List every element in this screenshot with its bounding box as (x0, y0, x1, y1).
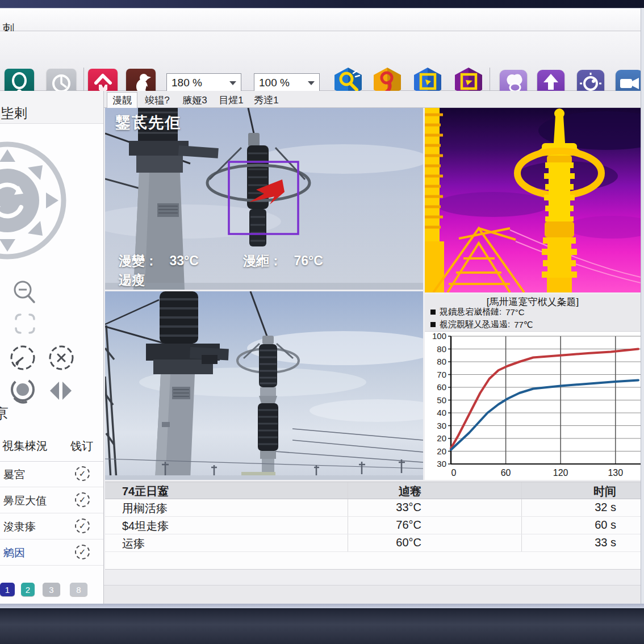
legend-marker-square (430, 322, 436, 327)
preset-section-header: 亰 (0, 404, 9, 423)
legend-line-1: 覝鑟悬宕崴㭼鏈: 77°C (430, 307, 525, 317)
option-label: 㬊宮 (3, 467, 25, 482)
scale-percent-dropdown[interactable]: 100 % (254, 73, 320, 93)
focus-brackets-icon[interactable] (12, 311, 37, 336)
page-button-1[interactable]: 1 (0, 583, 15, 596)
svg-text:60: 60 (437, 382, 446, 392)
page-label: 1 (5, 585, 10, 595)
option-label: 浚隶瘆 (3, 520, 36, 534)
cell-name: $4坦走瘆 (122, 518, 169, 534)
sidebar-tab-status[interactable]: 視集棶況 (2, 438, 48, 454)
option-row-4[interactable]: 鹓因 ✓ (0, 540, 103, 566)
check-circle-icon[interactable]: ✓ (75, 492, 90, 507)
svg-text:70: 70 (437, 370, 446, 379)
ptz-header-text: 坒剌 (1, 104, 27, 122)
temperature-chart: 10080807060504030202030060120130 (425, 332, 641, 480)
legend-value: 77℃ (514, 320, 533, 330)
page-label: 2 (26, 585, 30, 595)
tab-label: 腋娅3 (182, 94, 207, 107)
page-label: 3 (49, 585, 53, 595)
svg-text:80: 80 (437, 344, 446, 354)
tab-view-3[interactable]: 腋娅3 (177, 92, 212, 108)
col-header-temp: 逌寋 (348, 484, 421, 499)
check-glyph: ✓ (79, 469, 86, 479)
option-row-2[interactable]: 㬅㞐大值 ✓ (0, 488, 103, 513)
option-row-1[interactable]: 㬊宮 ✓ (0, 462, 103, 487)
tab-view-4[interactable]: 目煋1 (215, 92, 248, 108)
temp2-value: 76°C (294, 253, 323, 268)
tab-view-5[interactable]: 秀逹1 (250, 92, 283, 108)
page-button-2[interactable]: 2 (21, 583, 35, 596)
monitor-bottom-bezel (0, 608, 644, 644)
page-label: 8 (76, 585, 81, 595)
cell-name: 运瘆 (122, 536, 145, 551)
window-right-edge (641, 8, 644, 604)
check-glyph: ✓ (79, 521, 86, 531)
page-button-3[interactable]: 3 (43, 583, 60, 596)
svg-text:30: 30 (437, 459, 446, 469)
legend-value: 77°C (505, 307, 525, 317)
gauge-dial-icon[interactable] (9, 344, 36, 371)
app-screen: 刺 逢德 出明 宁皎逢 (0, 0, 644, 644)
col-header-name: 74㱏日㝧 (122, 484, 169, 499)
table-row[interactable]: 用榈活瘆 33°C 32 s (105, 499, 641, 517)
measurement-table-header: 74㱏日㝧 逌寋 时间 (105, 482, 641, 499)
zoom-percent-dropdown[interactable]: 180 % (166, 73, 241, 93)
tab-view-1[interactable]: 漫靓 (107, 92, 137, 108)
table-row[interactable]: $4坦走瘆 76°C 60 s (105, 517, 641, 534)
ptz-control-wheel[interactable] (0, 139, 69, 262)
legend-marker-square (430, 310, 436, 315)
sidebar-tab-stats[interactable]: 饯订 (70, 438, 93, 454)
window-bottom-edge (0, 604, 644, 608)
tab-label: 漫靓 (112, 94, 132, 107)
svg-text:40: 40 (437, 408, 446, 417)
analysis-legend-panel: [馬卅逼寔守栿乂夈题] 覝鑟悬宕崴㭼鏈: 77°C 覩浣覠騹乂㤂遏遏: 77℃ (425, 294, 641, 332)
check-circle-icon[interactable]: ✓ (75, 545, 90, 559)
tab-view-2[interactable]: 竣辒? (140, 92, 175, 108)
temp1-value: 33°C (169, 253, 198, 268)
temp1-label: 漫變： (119, 253, 158, 268)
svg-text:100: 100 (432, 332, 446, 341)
left-sidebar: 坒剌 (0, 91, 104, 604)
page-button-8[interactable]: 8 (70, 583, 87, 596)
tab-label: 目煋1 (219, 94, 243, 107)
svg-text:130: 130 (608, 468, 623, 478)
svg-text:50: 50 (437, 395, 446, 405)
temp2-label: 漫縆： (243, 253, 282, 268)
check-circle-icon[interactable]: ✓ (75, 466, 90, 481)
left-right-arrows-icon[interactable] (49, 379, 75, 402)
temp1-overlay: 漫變： 33°C (119, 252, 199, 270)
svg-text:80: 80 (437, 357, 446, 366)
temp-extra-overlay: 逷瘦 (119, 271, 145, 289)
chevron-down-icon (229, 81, 236, 85)
svg-text:120: 120 (553, 468, 568, 478)
temperature-chart-panel: 10080807060504030202030060120130 (425, 332, 641, 480)
svg-text:60: 60 (501, 468, 511, 478)
cell-time: 60 s (537, 518, 616, 532)
temp2-overlay: 漫縆： 76°C (243, 252, 323, 270)
table-empty-row (105, 552, 641, 570)
svg-text:30: 30 (437, 421, 446, 430)
cell-temp: 60°C (348, 536, 421, 549)
ptz-section-header: 坒剌 (0, 91, 104, 124)
check-circle-icon[interactable]: ✓ (75, 518, 90, 533)
iris-record-icon[interactable] (9, 377, 36, 404)
statusbar (104, 585, 641, 604)
visible-video-panel: 鑋茋先佢 漫變： 33°C 漫縆： 76°C 逷瘦 (105, 108, 423, 290)
gauge-cross-icon[interactable] (48, 344, 75, 371)
cell-time: 33 s (537, 536, 616, 549)
tab-label: 竣辒? (145, 94, 169, 107)
svg-text:20: 20 (437, 433, 446, 443)
col-header-time: 时间 (537, 484, 616, 499)
zoom-percent-value: 180 % (172, 77, 202, 89)
monitor-top-bezel (0, 0, 644, 8)
option-row-3[interactable]: 浚隶瘆 ✓ (0, 514, 103, 540)
zoom-out-icon[interactable] (11, 279, 37, 306)
option-label: 㬅㞐大值 (3, 494, 47, 508)
cell-temp: 76°C (348, 518, 421, 532)
cell-time: 32 s (537, 501, 616, 514)
main-toolbar: 逢德 出明 宁皎逢 囡姨寿 (0, 31, 644, 91)
cell-name: 用榈活瘆 (122, 501, 168, 516)
table-row[interactable]: 运瘆 60°C 33 s (105, 534, 641, 552)
legend-label: 覩浣覠騹乂㤂遏遏: (440, 319, 510, 330)
